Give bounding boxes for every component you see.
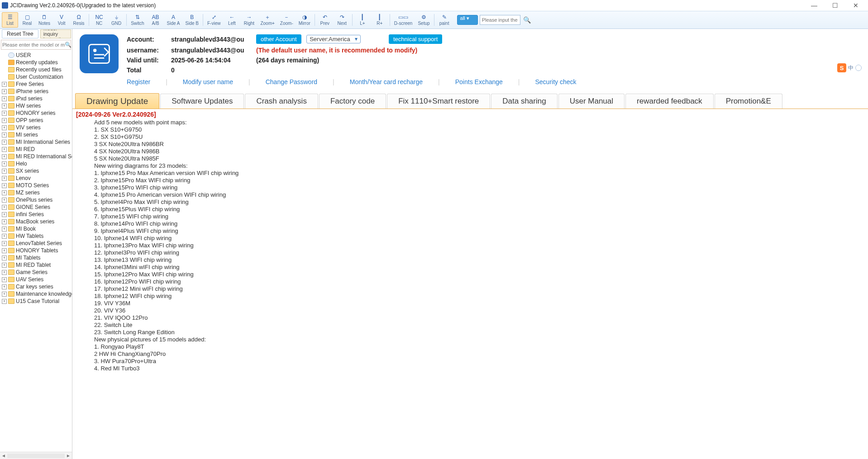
tree-item[interactable]: +HW series [1,102,72,109]
tab[interactable]: rewarded feedback [625,94,714,109]
expand-icon[interactable]: + [2,299,7,304]
toolbar-resis-button[interactable]: ΩResis [71,12,87,28]
toolbar-real-button[interactable]: ▢Real [19,12,35,28]
window-minimize-button[interactable]: — [804,0,825,11]
tree-item[interactable]: +MI Tablets [1,254,72,261]
toolbar-list-button[interactable]: ☰List [2,12,18,28]
tree-item[interactable]: +MI RED [1,146,72,153]
expand-icon[interactable]: + [2,89,7,94]
update-text[interactable]: [2024-09-26 Ver2.0.240926]Add 5 new mode… [72,109,868,459]
toolbar-zoomp-button[interactable]: ＋Zoom+ [258,12,277,28]
tree-item[interactable]: Recently used files [1,66,72,73]
toolbar-fview-button[interactable]: ⤢F-view [205,12,223,28]
expand-icon[interactable]: + [2,212,7,217]
expand-icon[interactable]: + [2,154,7,159]
expand-icon[interactable]: + [2,256,7,260]
tree-item[interactable]: +GIONE Series [1,203,72,211]
toolbar-notes-button[interactable]: 🗒Notes [36,12,52,28]
toolbar-dscreen-button[interactable]: ▭▭D-screen [392,12,415,28]
tree-item[interactable]: +LenovTablet Series [1,240,72,247]
tree-item[interactable]: +MI RED International Seri [1,153,72,160]
tree-item[interactable]: User Customization [1,73,72,80]
search-icon[interactable]: 🔍 [522,15,532,25]
window-maximize-button[interactable]: ☐ [825,0,845,11]
toolbar-setup-button[interactable]: ⚙Setup [415,12,432,28]
expand-icon[interactable]: + [2,284,7,289]
expand-icon[interactable]: + [2,270,7,275]
expand-icon[interactable]: + [2,241,7,246]
expand-icon[interactable]: + [2,227,7,232]
sogou-ime-icon[interactable]: S [837,63,846,72]
expand-icon[interactable]: + [2,161,7,166]
tree-item[interactable]: +MI International Series [1,138,72,146]
tree-item[interactable]: +MI RED Tablet [1,261,72,269]
tree-item[interactable]: +Game Series [1,269,72,276]
expand-icon[interactable]: + [2,147,7,152]
toolbar-zoomm-button[interactable]: －Zoom- [278,12,296,28]
toolbar-next-button[interactable]: ↷Next [334,12,350,28]
account-link[interactable]: Change Password [266,78,317,85]
toolbar-prev-button[interactable]: ↶Prev [317,12,333,28]
tree-item[interactable]: +SX series [1,167,72,175]
scroll-right-icon[interactable]: ► [65,453,72,458]
tree-item[interactable]: +HW Tablets [1,232,72,240]
tree-item[interactable]: +MI series [1,131,72,138]
toolbar-search-input[interactable] [480,15,520,25]
window-close-button[interactable]: ✕ [845,0,866,11]
model-inquiry-instructions-button[interactable]: Model inquiry instructions [40,29,71,38]
tree-item[interactable]: Recently updates [1,59,72,66]
tab[interactable]: Fix 1110+Smart restore [387,94,490,109]
search-scope-select[interactable]: all ▾ [457,15,478,25]
scroll-track[interactable] [7,454,65,458]
tab[interactable]: User Manual [558,94,625,109]
tree-item[interactable]: +OPP series [1,117,72,124]
toolbar-switch-button[interactable]: ⇅Switch [129,12,146,28]
expand-icon[interactable]: + [2,82,7,87]
expand-icon[interactable]: + [2,205,7,210]
tree-item[interactable]: +iPxd series [1,95,72,102]
toolbar-lp-button[interactable]: ┃L+ [354,12,371,28]
tree-item[interactable]: +infini Series [1,211,72,218]
tree-search-input[interactable] [2,42,65,47]
expand-icon[interactable]: + [2,183,7,188]
tree-item[interactable]: +VIV series [1,124,72,131]
tree-item[interactable]: +MacBook series [1,218,72,225]
tab[interactable]: Data sharing [491,94,557,109]
expand-icon[interactable]: + [2,219,7,224]
model-tree[interactable]: USERRecently updatesRecently used filesU… [0,51,72,452]
expand-icon[interactable]: + [2,263,7,268]
tab[interactable]: Drawing Update [75,93,159,109]
expand-icon[interactable]: + [2,132,7,137]
toolbar-paint-button[interactable]: ✎paint [436,12,453,28]
toolbar-gnd-button[interactable]: ⏚GND [108,12,124,28]
server-select[interactable]: Server:America [306,35,361,43]
tree-item[interactable]: +HONORY series [1,109,72,117]
tree-item[interactable]: +U15 Case Tutorial [1,298,72,305]
account-link[interactable]: Month/Year card recharge [350,78,423,85]
tree-item[interactable]: USER [1,52,72,59]
toolbar-mirror-button[interactable]: ◑Mirror [296,12,313,28]
toolbar-volt-button[interactable]: VVolt [53,12,70,28]
tree-search[interactable]: 🔍 [1,40,71,50]
expand-icon[interactable]: + [2,140,7,145]
expand-icon[interactable]: + [2,198,7,203]
tree-item[interactable]: +HONORY Tablets [1,247,72,254]
toolbar-right-button[interactable]: →Right [241,12,257,28]
tab[interactable]: Factory code [319,94,386,109]
toolbar-nc-button[interactable]: NCNC [91,12,107,28]
account-link[interactable]: Register [127,78,150,85]
expand-icon[interactable]: + [2,176,7,181]
expand-icon[interactable]: + [2,111,7,116]
tree-item[interactable]: +Car keys series [1,283,72,290]
technical-support-button[interactable]: technical support [389,34,442,44]
expand-icon[interactable]: + [2,277,7,282]
expand-icon[interactable]: + [2,118,7,123]
toolbar-sidea-button[interactable]: ASide A [165,12,182,28]
tree-item[interactable]: +MI Book [1,225,72,232]
tree-item[interactable]: +iPhxne series [1,88,72,95]
tree-item[interactable]: +Free Series [1,80,72,88]
expand-icon[interactable]: + [2,292,7,297]
toolbar-left-button[interactable]: ←Left [224,12,240,28]
expand-icon[interactable]: + [2,169,7,174]
expand-icon[interactable]: + [2,96,7,101]
